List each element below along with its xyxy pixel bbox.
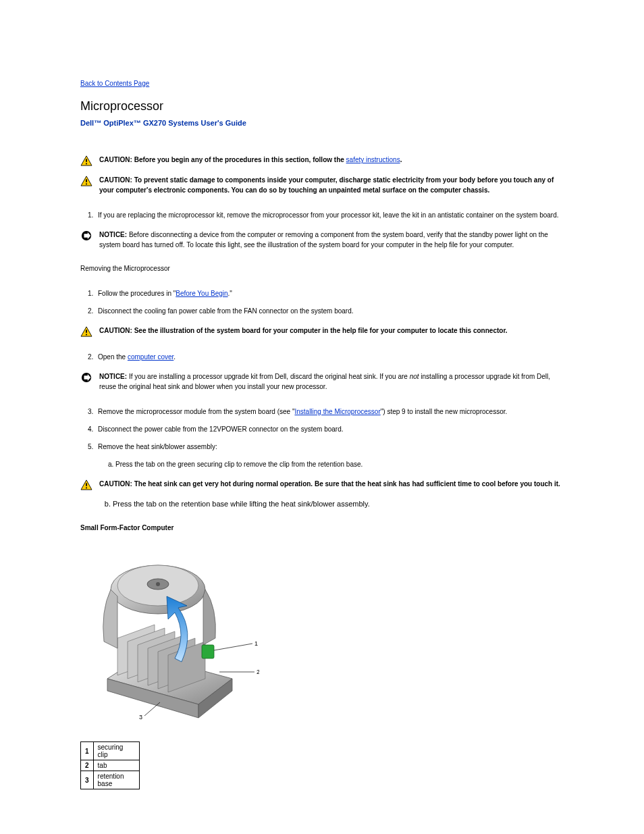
step-list-3: Open the computer cover. [95,352,564,363]
step-proc-c: ." [228,290,232,297]
notice-1-strong: NOTICE: [99,231,127,238]
caution-1: CAUTION: Before you begin any of the pro… [80,155,564,166]
step-remove-module: Remove the microprocessor module from th… [95,407,564,417]
step-proc-a: Follow the procedures in " [98,290,176,297]
caution-icon [80,176,92,186]
substeps: Press the tab on the green securing clip… [115,459,564,470]
computer-cover-link[interactable]: computer cover [128,353,173,361]
notice-icon [80,372,92,383]
installing-microprocessor-link[interactable]: Installing the Microprocessor [294,408,380,415]
svg-text:2: 2 [257,669,259,675]
svg-rect-13 [86,488,87,489]
notice-1-body: Before disconnecting a device from the c… [99,231,548,249]
safety-instructions-link[interactable]: safety instructions [346,156,400,163]
page-title: Microprocessor [80,99,564,113]
svg-text:1: 1 [254,640,258,647]
step-remove-heatsink: Remove the heat sink/blower assembly: Pr… [95,442,564,470]
callout-num-1: 1 [81,742,94,760]
table-row: 3 retention base [81,771,140,789]
svg-text:3: 3 [139,714,142,721]
svg-rect-4 [86,179,87,182]
caution-4: CAUTION: The heat sink can get very hot … [80,479,564,490]
substep-b: Press the tab on the retention base whil… [113,500,564,508]
step-open-cover: Open the computer cover. [95,352,564,363]
notice-2-before: If you are installing a processor upgrad… [127,373,410,380]
svg-rect-5 [86,184,87,185]
caution-1-after: . [400,156,402,163]
notice-icon [80,230,92,241]
step-open-lead: Open the [98,353,128,361]
caution-1-strong: CAUTION: Before you begin any of the pro… [99,156,346,163]
figure-callout-table: 1 securing clip 2 tab 3 retention base [80,741,140,789]
callout-label-1: securing clip [93,742,139,760]
step-rm-before: Remove the microprocessor module from th… [98,408,294,415]
heatsink-figure: 1 2 3 [80,544,259,723]
callout-num-3: 3 [81,771,94,789]
caution-1-text: CAUTION: Before you begin any of the pro… [99,155,564,165]
notice-1-text: NOTICE: Before disconnecting a device fr… [99,230,564,250]
callout-label-2: tab [93,760,139,771]
callout-label-3: retention base [93,771,139,789]
step-list-1: If you are replacing the microprocessor … [95,210,564,221]
back-to-contents-link[interactable]: Back to Contents Page [80,80,564,87]
callout-num-2: 2 [81,760,94,771]
notice-2-text: NOTICE: If you are installing a processo… [99,372,564,392]
substeps-2: Press the tab on the retention base whil… [113,500,564,508]
removing-heading: Removing the Microprocessor [80,263,564,273]
caution-3: CAUTION: See the illustration of the sys… [80,326,564,337]
caution-3-text: CAUTION: See the illustration of the sys… [99,326,564,336]
section-label: Small Form-Factor Computer [80,524,564,531]
svg-rect-12 [86,483,87,486]
svg-rect-1 [86,159,87,161]
notice-2-strong: NOTICE: [99,373,127,380]
step-list-4: Remove the microprocessor module from th… [95,407,564,470]
caution-icon [80,326,92,337]
caution-2-strong: CAUTION: To prevent static damage to com… [99,176,554,194]
notice-1: NOTICE: Before disconnecting a device fr… [80,230,564,250]
caution-2-text: CAUTION: To prevent static damage to com… [99,176,564,195]
svg-rect-2 [86,163,87,165]
table-row: 1 securing clip [81,742,140,760]
substep-a: Press the tab on the green securing clip… [115,459,564,470]
step-list-2: Follow the procedures in "Before You Beg… [95,288,564,317]
caution-2: CAUTION: To prevent static damage to com… [80,176,564,195]
svg-point-27 [156,582,160,586]
caution-3-strong: CAUTION: See the illustration of the sys… [99,327,508,334]
notice-2-italic: not [410,373,419,380]
step-1: If you are replacing the microprocessor … [95,210,564,221]
step-rh-text: Remove the heat sink/blower assembly: [98,443,217,450]
step-open-after: . [173,353,176,361]
table-row: 2 tab [81,760,140,771]
step-disconnect-fan: Disconnect the cooling fan power cable f… [95,306,564,317]
before-you-begin-link[interactable]: Before You Begin [176,290,227,297]
caution-4-strong: CAUTION: The heat sink can get very hot … [99,480,560,488]
step-disconnect-power: Disconnect the power cable from the 12VP… [95,424,564,435]
caution-icon [80,155,92,166]
svg-rect-28 [202,645,214,658]
notice-2: NOTICE: If you are installing a processo… [80,372,564,392]
caution-icon [80,479,92,490]
step-rm-after: ") step 9 to install the new microproces… [381,408,508,415]
subtitle: Dell™ OptiPlex™ GX270 Systems User's Gui… [80,119,564,127]
svg-rect-9 [86,334,87,336]
caution-4-text: CAUTION: The heat sink can get very hot … [99,479,564,490]
svg-rect-8 [86,330,87,332]
step-procedures: Follow the procedures in "Before You Beg… [95,288,564,299]
